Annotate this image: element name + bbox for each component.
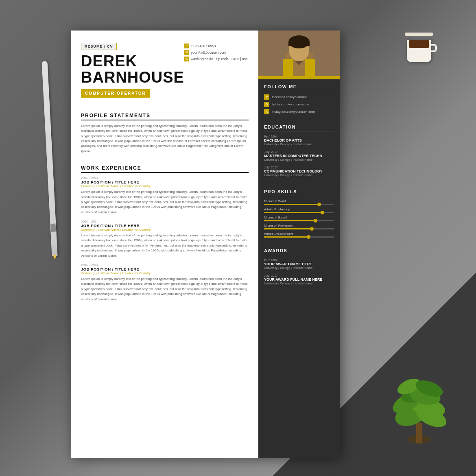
phone-number: +123 4567 8953 xyxy=(191,44,216,48)
edu-date: July' 2017 xyxy=(264,150,334,154)
work-date: 2010 - 2014 xyxy=(81,263,249,267)
skill-bar-fill xyxy=(264,228,313,229)
address-icon: A xyxy=(184,57,189,61)
award-date: Feb' 2004 xyxy=(264,258,334,262)
skill-bar-fill xyxy=(264,236,310,238)
work-section: WORK EXPERIENCE 2010 - 2014 JOB POSITION… xyxy=(71,159,258,302)
edu-school: University / College / Institute Name xyxy=(264,142,334,146)
skill-name: Adobe Photoshop xyxy=(264,207,334,211)
email-row: G yourMail@domain.com xyxy=(184,50,249,55)
profile-text: Lorem Ipsum is simply dummy text of the … xyxy=(81,124,249,154)
resume-sidebar: FOLLOW ME P facebook.com/yourname G twit… xyxy=(258,31,340,458)
work-company: Company | Institune Name | Location or C… xyxy=(81,271,249,275)
social-icon: G xyxy=(264,102,269,107)
name-area: RESUME / CV DEREK BARNHOUSE COMPUTER OPE… xyxy=(81,42,184,98)
skill-bar-bg xyxy=(264,212,334,213)
edu-date: Feb' 2004 xyxy=(264,135,334,138)
contact-area: P +123 4567 8953 G yourMail@domain.com A… xyxy=(184,42,249,63)
award-org: University / College / Institute Name xyxy=(264,266,334,270)
edu-degree: BACHELOR OF ARTS xyxy=(264,138,334,142)
profile-title: PROFILE STATEMENTS xyxy=(81,113,249,120)
work-title: WORK EXPERIENCE xyxy=(81,165,249,173)
skill-name: Microsoft Excell xyxy=(264,216,334,219)
award-entries-container: Feb' 2004 YOUR AWARD NAME HERE Universit… xyxy=(264,258,334,285)
skill-name: Microsoft Word xyxy=(264,199,334,203)
work-entries-container: 2010 - 2014 JOB POSITION / TITLE HERE Co… xyxy=(81,176,249,302)
social-text: twitter.com/yourusername xyxy=(272,103,309,106)
person-photo xyxy=(258,31,340,79)
work-description: Lorem Ipsum is simply dummy text of the … xyxy=(81,233,249,258)
work-date: 2010 - 2014 xyxy=(81,176,249,180)
award-entry: Feb' 2004 YOUR AWARD NAME HERE Universit… xyxy=(264,258,334,270)
work-date: 2010 - 2014 xyxy=(81,220,249,223)
svg-rect-1 xyxy=(416,423,422,443)
resume-header: RESUME / CV DEREK BARNHOUSE COMPUTER OPE… xyxy=(71,31,258,106)
award-name: YOUR AWARD NAME HERE xyxy=(264,262,334,266)
phone-icon: P xyxy=(184,44,189,48)
skill-name: Microsoft Powerpoint xyxy=(264,224,334,227)
profile-section: PROFILE STATEMENTS Lorem Ipsum is simply… xyxy=(71,106,258,154)
skill-name: Adobe Dreamweaver xyxy=(264,232,334,236)
awards-title: AWARDS xyxy=(264,248,334,255)
education-title: EDUCATION xyxy=(264,124,334,131)
pro-skills-section: PRO SKILLS Microsoft Word Adobe Photosho… xyxy=(258,184,340,243)
social-item: A instagram.com/yourusername xyxy=(264,109,334,114)
pro-skills-title: PRO SKILLS xyxy=(264,189,334,196)
skill-item: Adobe Photoshop xyxy=(264,207,334,213)
skill-bar-fill xyxy=(264,220,317,221)
social-item: P facebook.com/yourname xyxy=(264,94,334,100)
coffee-cup-decoration xyxy=(403,33,435,65)
address-row: A washington dc · zip code · 6458 | usa xyxy=(184,57,249,61)
awards-section: AWARDS Feb' 2004 YOUR AWARD NAME HERE Un… xyxy=(258,243,340,293)
svg-rect-14 xyxy=(288,42,310,46)
work-entry: 2010 - 2014 JOB POSITION / TITLE HERE Co… xyxy=(81,220,249,258)
social-item: G twitter.com/yourusername xyxy=(264,102,334,107)
skill-item: Microsoft Word xyxy=(264,199,334,205)
skill-bar-fill xyxy=(264,212,323,213)
email-icon: G xyxy=(184,50,189,55)
social-icon: P xyxy=(264,94,269,100)
award-date: July' 2017 xyxy=(264,274,334,277)
email-text: yourMail@domain.com xyxy=(191,50,226,55)
work-position: JOB POSITION / TITLE HERE xyxy=(81,223,249,228)
skill-item: Adobe Dreamweaver xyxy=(264,232,334,238)
award-entry: July' 2017 YOUR AWARD FULL NAME HERE Uni… xyxy=(264,274,334,285)
work-position: JOB POSITION / TITLE HERE xyxy=(81,267,249,271)
resume-tag: RESUME / CV xyxy=(81,43,117,50)
skill-bar-fill xyxy=(264,204,320,205)
resume-paper: RESUME / CV DEREK BARNHOUSE COMPUTER OPE… xyxy=(71,31,340,458)
edu-entry: July' 2017 COMMUNICATION TECHNOLOGY Univ… xyxy=(264,166,334,177)
skill-item: Microsoft Excell xyxy=(264,216,334,221)
follow-me-title: FOLLOW ME xyxy=(264,84,334,91)
edu-school: University / College / Institute Name xyxy=(264,173,334,177)
phone-row: P +123 4567 8953 xyxy=(184,44,249,48)
resume-name: DEREK BARNHOUSE xyxy=(81,53,184,86)
edu-entry: Feb' 2004 BACHELOR OF ARTS University / … xyxy=(264,135,334,146)
edu-degree: COMMUNICATION TECHNOLOGY xyxy=(264,169,334,173)
follow-me-section: FOLLOW ME P facebook.com/yourname G twit… xyxy=(258,79,340,120)
social-text: instagram.com/yourusername xyxy=(272,110,315,114)
edu-school: University / College / Institute Name xyxy=(264,158,334,162)
photo-area xyxy=(258,31,340,79)
skill-item: Microsoft Powerpoint xyxy=(264,224,334,229)
work-description: Lorem Ipsum is simply dummy text of the … xyxy=(81,190,249,215)
photo-yellow-bar xyxy=(258,76,340,79)
work-description: Lorem Ipsum is simply dummy text of the … xyxy=(81,277,249,302)
resume-main-content: RESUME / CV DEREK BARNHOUSE COMPUTER OPE… xyxy=(71,31,258,458)
edu-degree: MASTERS IN COMPUTER TECHN xyxy=(264,154,334,158)
education-section: EDUCATION Feb' 2004 BACHELOR OF ARTS Uni… xyxy=(258,120,340,184)
address-text: washington dc · zip code · 6458 | usa xyxy=(191,57,248,61)
social-text: facebook.com/yourname xyxy=(272,95,308,99)
edu-entries-container: Feb' 2004 BACHELOR OF ARTS University / … xyxy=(264,135,334,177)
skill-bar-bg xyxy=(264,228,334,229)
work-entry: 2010 - 2014 JOB POSITION / TITLE HERE Co… xyxy=(81,263,249,302)
edu-date: July' 2017 xyxy=(264,166,334,169)
work-entry: 2010 - 2014 JOB POSITION / TITLE HERE Co… xyxy=(81,176,249,215)
award-name: YOUR AWARD FULL NAME HERE xyxy=(264,277,334,282)
work-company: Company | Institune Name | Location or C… xyxy=(81,228,249,231)
job-title-bar: COMPUTER OPERATOR xyxy=(81,89,150,98)
plant-decoration xyxy=(386,354,452,443)
skill-bar-bg xyxy=(264,204,334,205)
social-items-container: P facebook.com/yourname G twitter.com/yo… xyxy=(264,94,334,114)
skill-bar-bg xyxy=(264,236,334,238)
